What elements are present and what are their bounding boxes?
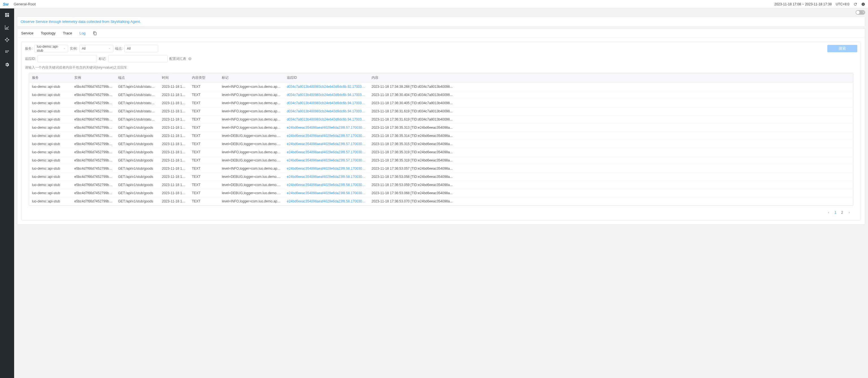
- refresh-icon[interactable]: [853, 2, 857, 6]
- logo: Sw: [3, 2, 8, 6]
- timezone[interactable]: UTC+8:0: [836, 2, 849, 6]
- breadcrumb[interactable]: General-Root: [13, 2, 36, 6]
- time-range[interactable]: 2023-11-18 17:08 ~ 2023-11-18 17:38: [774, 2, 832, 6]
- info-icon[interactable]: [861, 2, 865, 6]
- top-header: Sw General-Root 2023-11-18 17:08 ~ 2023-…: [0, 0, 868, 8]
